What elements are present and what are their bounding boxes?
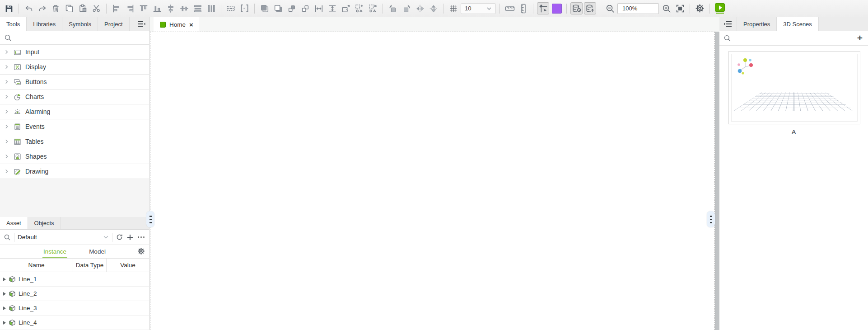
snap-to-grid-button[interactable]: [537, 2, 549, 14]
distribute-vertical-icon[interactable]: [205, 2, 217, 14]
delete-icon[interactable]: [50, 2, 62, 14]
copy-icon[interactable]: [63, 2, 75, 14]
add-icon[interactable]: [126, 234, 134, 241]
tab-3d-scenes[interactable]: 3D Scenes: [777, 17, 819, 31]
expand-triangle-icon[interactable]: [3, 278, 6, 281]
tab-tools[interactable]: Tools: [0, 17, 27, 31]
vertical-scrollbar[interactable]: [715, 32, 719, 330]
paste-icon[interactable]: [77, 2, 89, 14]
grid-size-select[interactable]: 10: [461, 3, 496, 14]
tree-item-input[interactable]: Input: [0, 45, 149, 60]
tree-item-charts[interactable]: Charts: [0, 90, 149, 104]
align-bottom-icon[interactable]: [151, 2, 163, 14]
flip-horizontal-icon[interactable]: [414, 2, 426, 14]
left-splitter-handle[interactable]: [146, 211, 154, 227]
zoom-in-icon[interactable]: [660, 2, 672, 14]
tree-item-events[interactable]: Events: [0, 119, 149, 134]
table-settings-gear-icon[interactable]: [137, 247, 145, 257]
send-to-back-icon[interactable]: [272, 2, 284, 14]
refresh-icon[interactable]: [116, 233, 123, 241]
column-header-name[interactable]: Name: [0, 259, 73, 272]
charts-icon: [14, 93, 21, 101]
rotate-right-icon[interactable]: [400, 2, 412, 14]
expand-triangle-icon[interactable]: [3, 292, 6, 296]
zoom-out-icon[interactable]: [604, 2, 616, 14]
table-row-line-4[interactable]: Line_4: [0, 316, 149, 330]
ruler-vertical-icon[interactable]: [517, 2, 529, 14]
undo-icon[interactable]: [23, 2, 35, 14]
fill-color-swatch[interactable]: [551, 2, 563, 14]
column-header-data-type[interactable]: Data Type: [73, 259, 107, 272]
tab-label: Project: [104, 21, 122, 28]
tab-properties[interactable]: Properties: [737, 17, 777, 31]
distribute-horizontal-icon[interactable]: [191, 2, 204, 14]
tab-symbols[interactable]: Symbols: [62, 17, 98, 31]
search-icon[interactable]: [723, 34, 731, 42]
close-icon[interactable]: ×: [189, 21, 193, 28]
fit-to-screen-icon[interactable]: [674, 2, 686, 14]
tags-export-button[interactable]: [570, 2, 583, 14]
expand-triangle-icon[interactable]: [3, 321, 6, 325]
table-row-line-1[interactable]: Line_1: [0, 272, 149, 287]
bring-forward-icon[interactable]: [285, 2, 298, 14]
tree-item-display[interactable]: Display: [0, 60, 149, 75]
tab-libraries[interactable]: Libraries: [27, 17, 62, 31]
grid-icon[interactable]: [447, 2, 459, 14]
save-icon[interactable]: [3, 2, 15, 14]
space-horizontal-icon[interactable]: [313, 2, 325, 14]
settings-gear-icon[interactable]: [694, 2, 706, 14]
tab-objects[interactable]: Objects: [28, 217, 61, 229]
align-right-icon[interactable]: [124, 2, 136, 14]
scene-thumbnail-card[interactable]: [728, 51, 860, 124]
tags-import-button[interactable]: [584, 2, 596, 14]
tree-item-shapes[interactable]: Shapes: [0, 149, 149, 164]
panel-menu-icon[interactable]: [137, 20, 145, 29]
tab-asset[interactable]: Asset: [0, 217, 28, 229]
asset-source-select[interactable]: Default: [18, 234, 100, 240]
run-button[interactable]: [714, 2, 726, 15]
more-options-icon[interactable]: [137, 236, 145, 238]
redo-icon[interactable]: [36, 2, 48, 14]
bring-to-front-icon[interactable]: [258, 2, 271, 14]
cut-icon[interactable]: [90, 2, 103, 14]
tab-instance[interactable]: Instance: [42, 246, 67, 258]
rotate-left-icon[interactable]: [387, 2, 399, 14]
right-splitter-handle[interactable]: [707, 211, 715, 227]
chevron-down-icon: [486, 6, 492, 11]
ruler-horizontal-icon[interactable]: [504, 2, 516, 14]
send-backward-icon[interactable]: [299, 2, 311, 14]
tab-home[interactable]: Home ×: [154, 17, 200, 32]
search-icon[interactable]: [4, 34, 12, 42]
align-center-horizontal-icon[interactable]: [178, 2, 190, 14]
column-header-value[interactable]: Value: [107, 259, 149, 272]
table-row-line-3[interactable]: Line_3: [0, 301, 149, 316]
tab-label: Asset: [6, 220, 21, 226]
chevron-right-icon: [4, 109, 9, 114]
tree-item-alarming[interactable]: Alarming: [0, 104, 149, 119]
tab-project[interactable]: Project: [98, 17, 129, 31]
tab-label: Properties: [743, 21, 770, 28]
space-vertical-icon[interactable]: [326, 2, 338, 14]
align-top-icon[interactable]: [137, 2, 149, 14]
zoom-level-input[interactable]: [617, 3, 659, 14]
search-icon[interactable]: [4, 234, 11, 241]
collapse-panel-icon[interactable]: [719, 17, 737, 31]
break-symbol-icon[interactable]: [367, 2, 379, 14]
table-row-line-2[interactable]: Line_2: [0, 287, 149, 301]
set-size-icon[interactable]: [238, 2, 251, 14]
tree-item-buttons[interactable]: Buttons: [0, 75, 149, 90]
tree-item-tables[interactable]: Tables: [0, 134, 149, 149]
create-symbol-icon[interactable]: [353, 2, 365, 14]
tab-label: Tools: [6, 21, 20, 28]
design-surface[interactable]: [150, 32, 715, 330]
expand-triangle-icon[interactable]: [3, 306, 6, 310]
set-width-icon[interactable]: [225, 2, 237, 14]
tab-model[interactable]: Model: [88, 246, 107, 258]
resize-icon[interactable]: [340, 2, 352, 14]
flip-vertical-icon[interactable]: [427, 2, 439, 14]
align-left-icon[interactable]: [110, 2, 122, 14]
tree-item-drawing[interactable]: Drawing: [0, 164, 149, 179]
align-center-vertical-icon[interactable]: [164, 2, 177, 14]
chevron-down-icon[interactable]: [103, 234, 109, 240]
add-scene-icon[interactable]: +: [857, 33, 863, 43]
